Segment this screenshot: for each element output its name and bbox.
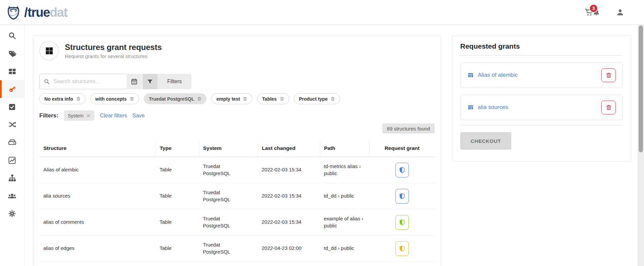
filter-chip[interactable]: with concepts [90,93,139,104]
delete-grant-button[interactable] [601,101,616,114]
structures-grant-requests-card: Structures grant requests Request grants… [33,35,441,266]
structures-table: Structure Type System Last changed Path … [39,140,435,262]
page-subtitle: Request grants for several structures [65,53,162,59]
remove-filter-icon[interactable] [86,114,90,118]
sidebar-item-tasks[interactable] [0,98,24,116]
grant-requests-avatar [39,41,59,60]
sidebar-item-settings[interactable] [0,205,24,222]
sidebar-item-systems[interactable] [0,134,24,151]
sidebar-item-search[interactable] [0,27,24,45]
checkout-button[interactable]: CHECKOUT [460,132,511,150]
sidebar-item-analytics[interactable] [0,151,24,169]
date-filter-button[interactable] [127,74,142,89]
user-icon [616,8,625,17]
filter-chip[interactable]: No extra info [39,93,86,104]
delete-grant-button[interactable] [601,68,616,82]
shuffle-icon [8,120,16,129]
vertical-scrollbar[interactable] [638,25,644,266]
cell-structure: alias of comments [39,209,156,235]
logo-wordmark: /truedat [23,6,67,19]
filter-chip-label: Product type [299,96,328,102]
request-grant-button[interactable] [395,215,409,230]
tags-icon [8,49,16,58]
filter-chip[interactable]: Product type [294,93,340,104]
results-count-badge: 89 structures found [382,123,435,134]
panel-divider [460,55,623,56]
cell-system: Truedat PostgreSQL [199,183,258,209]
requested-grants-list: Alias of alembic alia sources [460,62,623,120]
column-header-path[interactable]: Path [320,140,369,157]
user-menu-button[interactable] [616,8,625,17]
key-icon [8,85,16,93]
cart-notifications-button[interactable]: 3 [585,8,600,17]
truedat-logo[interactable]: /truedat [6,5,67,20]
requested-grant-link[interactable]: alia sources [478,104,508,111]
trash-icon[interactable] [197,97,202,101]
sidebar-item-relations[interactable] [0,116,24,134]
filter-chip-label: empty test [216,96,240,102]
trash-icon[interactable] [243,97,247,101]
cell-structure: alia sources [39,183,156,209]
search-icon [44,78,50,85]
cell-path: example of alias › public [320,209,369,235]
users-icon [8,192,16,200]
check-square-icon [8,103,16,111]
shield-icon [399,245,405,252]
app-window: /truedat 3 [0,0,644,266]
table-icon [467,72,474,78]
cell-last-changed: 2022-02-03 15:34 [258,209,320,235]
cell-system: Truedat PostgreSQL [199,157,258,183]
table-row: alia sources Table Truedat PostgreSQL 20… [39,183,435,209]
shield-icon [399,166,405,174]
request-grant-button[interactable] [395,189,409,204]
cell-last-changed: 2022-02-03 15:34 [258,157,320,183]
filters-label: Filters: [39,112,58,119]
column-header-structure[interactable]: Structure [39,140,156,157]
search-input-wrap [39,74,127,89]
filters-button-label: Filters [167,78,182,85]
applied-filters-row: Filters: System Clear filters Save [39,110,435,121]
filter-funnel-icon [147,78,153,85]
filter-chip[interactable]: Truedat PostgreSQL [144,93,207,104]
sidebar-item-modules[interactable] [0,62,24,80]
cell-system: Truedat PostgreSQL [199,209,258,235]
scrollbar-thumb[interactable] [639,25,643,152]
panel-divider [460,125,623,125]
save-filters-link[interactable]: Save [132,113,144,119]
cell-system: Truedat PostgreSQL [199,235,258,262]
sidebar [0,25,25,266]
cart-badge: 3 [589,4,598,13]
cell-type: Table [156,183,199,209]
trash-icon[interactable] [130,97,134,101]
trash-icon[interactable] [280,97,284,101]
trash-icon[interactable] [76,97,81,101]
sidebar-item-tags[interactable] [0,45,24,62]
clear-filters-link[interactable]: Clear filters [100,113,127,119]
filter-toggle-button[interactable] [142,74,158,89]
filter-chip[interactable]: empty test [211,93,252,104]
shield-icon [399,193,405,200]
filter-chip-label: Truedat PostgreSQL [149,96,194,102]
column-header-system[interactable]: System [199,140,258,157]
sidebar-item-users[interactable] [0,187,24,205]
sidebar-item-grant-requests[interactable] [0,80,24,98]
search-input[interactable] [53,78,123,85]
column-header-last-changed[interactable]: Last changed [258,140,320,157]
table-row: Alias of alembic Table Truedat PostgreSQ… [39,157,435,183]
cell-last-changed: 2022-04-23 02:00 [258,235,320,262]
request-grant-button[interactable] [395,241,409,256]
calendar-icon [131,78,138,85]
applied-filter-chip[interactable]: System [64,110,95,121]
requested-grant-link[interactable]: Alias of alembic [478,72,518,78]
panel-title: Requested grants [460,42,623,50]
filter-chip[interactable]: Tables [257,93,289,104]
sidebar-item-lineage[interactable] [0,169,24,187]
column-header-request-grant[interactable]: Request grant [369,140,435,157]
cell-path: td-metrics alias › public [320,157,369,183]
hard-drive-icon [8,138,16,147]
filters-button[interactable]: Filters [158,74,191,89]
column-header-type[interactable]: Type [156,140,199,157]
trash-icon[interactable] [331,97,335,101]
topbar: /truedat 3 [0,0,644,25]
request-grant-button[interactable] [395,163,409,177]
